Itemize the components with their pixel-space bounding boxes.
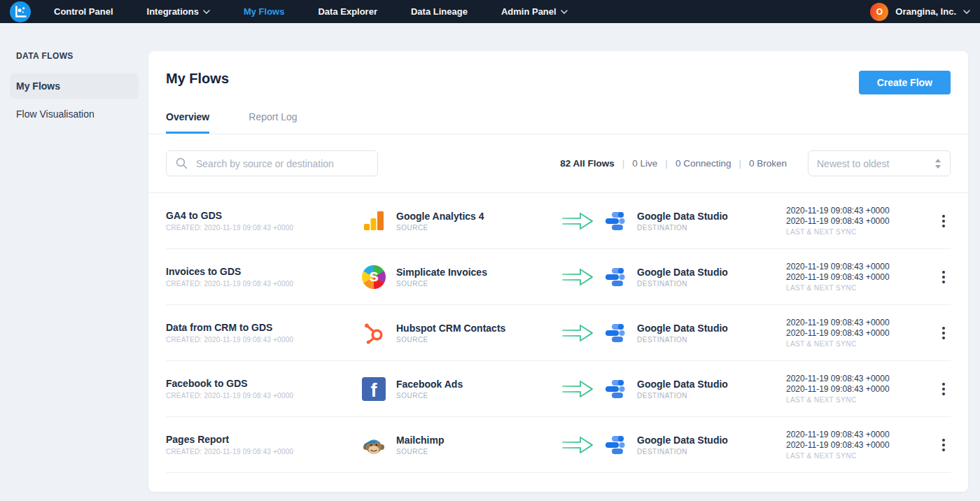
search-input[interactable] bbox=[196, 158, 368, 169]
source-label: SOURCE bbox=[396, 224, 484, 232]
source-label: SOURCE bbox=[396, 280, 487, 288]
destination-name: Google Data Studio bbox=[637, 267, 728, 278]
chevron-down-icon bbox=[963, 10, 970, 14]
last-sync-time: 2020-11-19 09:08:43 +0000 bbox=[786, 430, 931, 440]
nav-item-integrations[interactable]: Integrations bbox=[147, 6, 210, 17]
tab-overview[interactable]: Overview bbox=[166, 111, 209, 134]
row-menu-kebab-icon[interactable] bbox=[937, 435, 951, 456]
flow-created: CREATED: 2020-11-19 09:08:43 +0000 bbox=[166, 224, 362, 232]
flow-arrow-icon bbox=[561, 267, 594, 288]
mailchimp-icon bbox=[362, 433, 386, 457]
simplicate-icon: S bbox=[362, 265, 386, 289]
avatar: O bbox=[870, 3, 888, 21]
google-data-studio-icon bbox=[603, 265, 626, 289]
app-logo-icon[interactable] bbox=[10, 1, 31, 22]
nav-item-data-explorer[interactable]: Data Explorer bbox=[318, 6, 377, 17]
destination-name: Google Data Studio bbox=[637, 435, 728, 446]
filter-bar: 82 All Flows | 0 Live | 0 Connecting | 0… bbox=[148, 134, 968, 193]
sort-arrows-icon bbox=[934, 159, 941, 169]
flow-row-facebook-to-gds[interactable]: Facebook to GDS CREATED: 2020-11-19 09:0… bbox=[166, 361, 951, 417]
flow-row-crm-to-gds[interactable]: Data from CRM to GDS CREATED: 2020-11-19… bbox=[166, 305, 951, 361]
source-label: SOURCE bbox=[396, 448, 444, 456]
flow-arrow-icon bbox=[561, 435, 594, 456]
google-data-studio-icon bbox=[603, 433, 626, 457]
destination-label: DESTINATION bbox=[637, 448, 728, 456]
google-analytics-icon bbox=[362, 209, 386, 233]
flow-row-pages-report[interactable]: Pages Report CREATED: 2020-11-19 09:08:4… bbox=[166, 417, 951, 473]
flow-created: CREATED: 2020-11-19 09:08:43 +0000 bbox=[166, 448, 362, 456]
facebook-icon: f bbox=[362, 377, 386, 401]
destination-label: DESTINATION bbox=[637, 224, 728, 232]
source-name: Facebook Ads bbox=[396, 379, 463, 390]
my-flows-card: My Flows Create Flow Overview Report Log… bbox=[148, 51, 968, 492]
top-navbar: Control Panel Integrations My Flows Data… bbox=[0, 0, 980, 23]
source-name: Simplicate Invoices bbox=[396, 267, 487, 278]
tab-report-log[interactable]: Report Log bbox=[248, 111, 297, 134]
nav-item-control-panel[interactable]: Control Panel bbox=[54, 6, 113, 17]
source-name: Mailchimp bbox=[396, 435, 444, 446]
row-menu-kebab-icon[interactable] bbox=[937, 211, 951, 232]
sidebar-item-my-flows[interactable]: My Flows bbox=[10, 73, 139, 99]
next-sync-time: 2020-11-19 09:08:43 +0000 bbox=[786, 272, 931, 283]
row-menu-kebab-icon[interactable] bbox=[937, 379, 951, 400]
sidebar: DATA FLOWS My Flows Flow Visualisation bbox=[0, 23, 148, 501]
last-sync-time: 2020-11-19 09:08:43 +0000 bbox=[786, 206, 931, 216]
flow-name: GA4 to GDS bbox=[166, 210, 362, 221]
destination-label: DESTINATION bbox=[637, 392, 728, 400]
google-data-studio-icon bbox=[603, 321, 626, 345]
create-flow-button[interactable]: Create Flow bbox=[859, 71, 951, 94]
flow-row-invoices-to-gds[interactable]: Invoices to GDS CREATED: 2020-11-19 09:0… bbox=[166, 249, 951, 305]
sync-label: LAST & NEXT SYNC bbox=[786, 452, 931, 460]
next-sync-time: 2020-11-19 09:08:43 +0000 bbox=[786, 440, 931, 451]
last-sync-time: 2020-11-19 09:08:43 +0000 bbox=[786, 262, 931, 272]
sync-label: LAST & NEXT SYNC bbox=[786, 228, 931, 236]
nav-item-my-flows[interactable]: My Flows bbox=[244, 6, 285, 17]
chevron-down-icon bbox=[203, 10, 210, 14]
flow-name: Pages Report bbox=[166, 434, 362, 445]
nav-item-admin-panel[interactable]: Admin Panel bbox=[501, 6, 568, 17]
sort-dropdown-value: Newest to oldest bbox=[817, 158, 890, 169]
flow-arrow-icon bbox=[561, 211, 594, 232]
flow-arrow-icon bbox=[561, 379, 594, 400]
source-name: Google Analytics 4 bbox=[396, 211, 484, 222]
sync-label: LAST & NEXT SYNC bbox=[786, 284, 931, 292]
last-sync-time: 2020-11-19 09:08:43 +0000 bbox=[786, 374, 931, 384]
sync-label: LAST & NEXT SYNC bbox=[786, 340, 931, 348]
flow-created: CREATED: 2020-11-19 09:08:43 +0000 bbox=[166, 280, 362, 288]
last-sync-time: 2020-11-19 09:08:43 +0000 bbox=[786, 318, 931, 328]
google-data-studio-icon bbox=[603, 377, 626, 401]
next-sync-time: 2020-11-19 09:08:43 +0000 bbox=[786, 384, 931, 395]
main-nav: Control Panel Integrations My Flows Data… bbox=[54, 6, 568, 17]
search-icon bbox=[176, 157, 188, 169]
page-title: My Flows bbox=[166, 71, 229, 87]
stat-all-flows[interactable]: 82 All Flows bbox=[560, 158, 615, 169]
row-menu-kebab-icon[interactable] bbox=[937, 267, 951, 288]
source-name: Hubspot CRM Contacts bbox=[396, 323, 505, 334]
tab-bar: Overview Report Log bbox=[148, 94, 968, 134]
flow-created: CREATED: 2020-11-19 09:08:43 +0000 bbox=[166, 392, 362, 400]
stat-live[interactable]: 0 Live bbox=[632, 158, 657, 169]
destination-label: DESTINATION bbox=[637, 280, 728, 288]
nav-item-data-lineage[interactable]: Data Lineage bbox=[411, 6, 468, 17]
flow-row-ga4-to-gds[interactable]: GA4 to GDS CREATED: 2020-11-19 09:08:43 … bbox=[166, 193, 951, 249]
sync-label: LAST & NEXT SYNC bbox=[786, 396, 931, 404]
flow-list: GA4 to GDS CREATED: 2020-11-19 09:08:43 … bbox=[148, 193, 968, 473]
hubspot-icon bbox=[362, 321, 386, 345]
sidebar-item-flow-visualisation[interactable]: Flow Visualisation bbox=[10, 101, 139, 127]
stat-broken[interactable]: 0 Broken bbox=[749, 158, 787, 169]
sort-dropdown[interactable]: Newest to oldest bbox=[808, 150, 951, 176]
sidebar-section-title: DATA FLOWS bbox=[10, 51, 139, 61]
search-box bbox=[166, 150, 378, 176]
source-label: SOURCE bbox=[396, 392, 463, 400]
destination-label: DESTINATION bbox=[637, 336, 728, 344]
source-label: SOURCE bbox=[396, 336, 505, 344]
google-data-studio-icon bbox=[603, 209, 626, 233]
stat-connecting[interactable]: 0 Connecting bbox=[676, 158, 732, 169]
row-menu-kebab-icon[interactable] bbox=[937, 323, 951, 344]
flow-name: Data from CRM to GDS bbox=[166, 322, 362, 333]
destination-name: Google Data Studio bbox=[637, 211, 728, 222]
next-sync-time: 2020-11-19 09:08:43 +0000 bbox=[786, 216, 931, 227]
account-menu[interactable]: O Orangina, Inc. bbox=[870, 3, 970, 21]
flow-created: CREATED: 2020-11-19 09:08:43 +0000 bbox=[166, 336, 362, 344]
next-sync-time: 2020-11-19 09:08:43 +0000 bbox=[786, 328, 931, 339]
